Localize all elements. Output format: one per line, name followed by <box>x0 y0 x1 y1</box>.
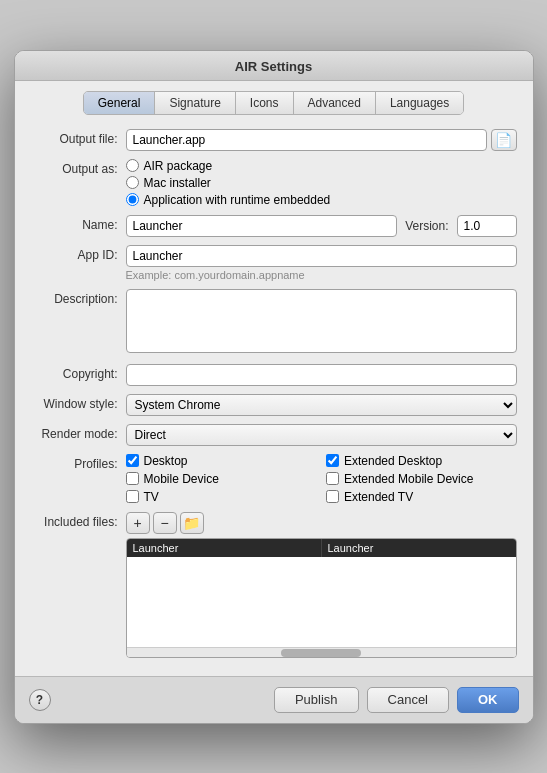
name-version-group: Version: <box>126 215 517 237</box>
folder-files-icon: 📁 <box>183 515 200 531</box>
profile-extended-desktop[interactable]: Extended Desktop <box>326 454 517 468</box>
render-mode-select[interactable]: Auto Direct GPU CPU <box>126 424 517 446</box>
version-input[interactable] <box>457 215 517 237</box>
profiles-grid: Desktop Extended Desktop Mobile Device E… <box>126 454 517 504</box>
folder-icon: 📄 <box>495 132 512 148</box>
copyright-control <box>126 364 517 386</box>
folder-file-button[interactable]: 📁 <box>180 512 204 534</box>
profile-extended-mobile-checkbox[interactable] <box>326 472 339 485</box>
window-style-row: Window style: System Chrome Custom Chrom… <box>31 394 517 416</box>
dialog-content: General Signature Icons Advanced Languag… <box>15 81 533 676</box>
tabs-bar: General Signature Icons Advanced Languag… <box>83 91 465 115</box>
air-settings-dialog: AIR Settings General Signature Icons Adv… <box>14 50 534 724</box>
output-file-input[interactable] <box>126 129 487 151</box>
included-files-control: + − 📁 Launcher Launcher <box>126 512 517 658</box>
tab-general[interactable]: General <box>84 92 156 114</box>
cancel-button[interactable]: Cancel <box>367 687 449 713</box>
window-style-select[interactable]: System Chrome Custom Chrome None <box>126 394 517 416</box>
publish-button[interactable]: Publish <box>274 687 359 713</box>
render-mode-label: Render mode: <box>31 424 126 441</box>
window-style-control: System Chrome Custom Chrome None <box>126 394 517 416</box>
name-version-control: Version: <box>126 215 517 237</box>
radio-mac-installer[interactable]: Mac installer <box>126 176 517 190</box>
files-scrollbar[interactable] <box>127 647 516 657</box>
appid-label: App ID: <box>31 245 126 262</box>
files-scrollbar-thumb <box>281 649 361 657</box>
output-file-label: Output file: <box>31 129 126 146</box>
profile-desktop-checkbox[interactable] <box>126 454 139 467</box>
name-input[interactable] <box>126 215 398 237</box>
output-as-control: AIR package Mac installer Application wi… <box>126 159 517 207</box>
output-file-control: 📄 <box>126 129 517 151</box>
ok-button[interactable]: OK <box>457 687 519 713</box>
help-button[interactable]: ? <box>29 689 51 711</box>
remove-file-button[interactable]: − <box>153 512 177 534</box>
output-file-row: Output file: 📄 <box>31 129 517 151</box>
render-mode-row: Render mode: Auto Direct GPU CPU <box>31 424 517 446</box>
remove-icon: − <box>160 515 168 531</box>
dialog-title: AIR Settings <box>235 59 312 74</box>
bottom-bar: ? Publish Cancel OK <box>15 676 533 723</box>
profile-extended-mobile[interactable]: Extended Mobile Device <box>326 472 517 486</box>
profile-extended-tv[interactable]: Extended TV <box>326 490 517 504</box>
profile-desktop[interactable]: Desktop <box>126 454 317 468</box>
profiles-label: Profiles: <box>31 454 126 471</box>
files-rows[interactable] <box>127 557 516 647</box>
radio-air-package[interactable]: AIR package <box>126 159 517 173</box>
name-label: Name: <box>31 215 126 232</box>
title-bar: AIR Settings <box>15 51 533 81</box>
tab-languages[interactable]: Languages <box>376 92 463 114</box>
copyright-label: Copyright: <box>31 364 126 381</box>
profile-mobile-device-checkbox[interactable] <box>126 472 139 485</box>
add-file-button[interactable]: + <box>126 512 150 534</box>
output-file-input-group: 📄 <box>126 129 517 151</box>
profiles-row: Profiles: Desktop Extended Desktop Mobil… <box>31 454 517 504</box>
output-file-browse-button[interactable]: 📄 <box>491 129 517 151</box>
profile-mobile-device[interactable]: Mobile Device <box>126 472 317 486</box>
profile-extended-tv-checkbox[interactable] <box>326 490 339 503</box>
appid-control: Example: com.yourdomain.appname <box>126 245 517 281</box>
radio-mac-installer-input[interactable] <box>126 176 139 189</box>
output-as-row: Output as: AIR package Mac installer App… <box>31 159 517 207</box>
files-list: Launcher Launcher <box>126 538 517 658</box>
description-row: Description: <box>31 289 517 356</box>
radio-app-runtime-input[interactable] <box>126 193 139 206</box>
render-mode-control: Auto Direct GPU CPU <box>126 424 517 446</box>
radio-app-runtime[interactable]: Application with runtime embedded <box>126 193 517 207</box>
files-toolbar: + − 📁 <box>126 512 517 534</box>
description-label: Description: <box>31 289 126 306</box>
appid-row: App ID: Example: com.yourdomain.appname <box>31 245 517 281</box>
appid-input[interactable] <box>126 245 517 267</box>
profiles-control: Desktop Extended Desktop Mobile Device E… <box>126 454 517 504</box>
version-label: Version: <box>405 219 448 233</box>
profile-tv[interactable]: TV <box>126 490 317 504</box>
files-col-1: Launcher <box>127 539 322 557</box>
copyright-row: Copyright: <box>31 364 517 386</box>
profile-extended-desktop-checkbox[interactable] <box>326 454 339 467</box>
files-col-2: Launcher <box>322 539 516 557</box>
help-icon: ? <box>36 693 43 707</box>
files-list-header: Launcher Launcher <box>127 539 516 557</box>
included-files-row: Included files: + − 📁 Launcher <box>31 512 517 658</box>
radio-air-package-input[interactable] <box>126 159 139 172</box>
description-control <box>126 289 517 356</box>
tab-signature[interactable]: Signature <box>155 92 235 114</box>
tab-advanced[interactable]: Advanced <box>294 92 376 114</box>
add-icon: + <box>133 515 141 531</box>
output-as-label: Output as: <box>31 159 126 176</box>
name-version-row: Name: Version: <box>31 215 517 237</box>
profile-tv-checkbox[interactable] <box>126 490 139 503</box>
window-style-label: Window style: <box>31 394 126 411</box>
description-textarea[interactable] <box>126 289 517 353</box>
copyright-input[interactable] <box>126 364 517 386</box>
tab-icons[interactable]: Icons <box>236 92 294 114</box>
appid-hint: Example: com.yourdomain.appname <box>126 269 517 281</box>
included-files-label: Included files: <box>31 512 126 529</box>
